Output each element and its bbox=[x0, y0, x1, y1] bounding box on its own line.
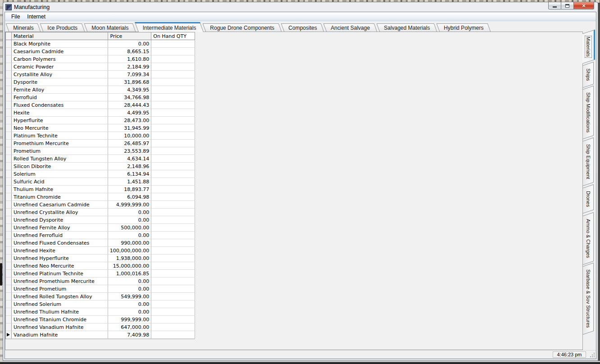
material-cell[interactable]: Unrefined Caesarium Cadmide bbox=[12, 201, 108, 209]
material-cell[interactable]: Fernite Alloy bbox=[12, 86, 108, 94]
row-selector[interactable] bbox=[6, 48, 12, 55]
row-selector[interactable] bbox=[6, 178, 12, 186]
row-selector[interactable] bbox=[6, 163, 12, 170]
row-selector[interactable] bbox=[6, 300, 12, 308]
titlebar[interactable]: Manufacturing bbox=[5, 3, 530, 11]
row-selector[interactable] bbox=[6, 86, 12, 94]
onhand-qty-cell[interactable] bbox=[151, 71, 195, 78]
tab-top[interactable]: Moon Materials bbox=[84, 23, 136, 32]
onhand-qty-cell[interactable] bbox=[151, 109, 195, 117]
price-cell[interactable]: 15,000,000.00 bbox=[108, 262, 151, 270]
material-cell[interactable]: Silicon Diborite bbox=[12, 163, 108, 170]
tab-top[interactable]: Minerals bbox=[6, 23, 41, 32]
tab-top[interactable]: Ancient Salvage bbox=[323, 23, 377, 32]
row-selector[interactable] bbox=[6, 170, 12, 178]
onhand-qty-cell[interactable] bbox=[151, 86, 195, 94]
price-cell[interactable]: 0.00 bbox=[108, 278, 151, 285]
material-cell[interactable]: Thulium Hafnite bbox=[12, 186, 108, 193]
price-cell[interactable]: 34,766.98 bbox=[108, 94, 151, 101]
onhand-qty-cell[interactable] bbox=[151, 278, 195, 285]
price-cell[interactable]: 1,000,016.85 bbox=[108, 270, 151, 278]
price-cell[interactable]: 7,099.34 bbox=[108, 71, 151, 78]
onhand-qty-cell[interactable] bbox=[151, 140, 195, 147]
onhand-qty-cell[interactable] bbox=[151, 209, 195, 216]
material-cell[interactable]: Unrefined Fernite Alloy bbox=[12, 224, 108, 232]
price-cell[interactable]: 31,896.68 bbox=[108, 78, 151, 86]
column-header-material[interactable]: Material bbox=[12, 32, 108, 40]
material-cell[interactable]: Unrefined Titanium Chromide bbox=[12, 316, 108, 323]
material-cell[interactable]: Unrefined Hyperflurite bbox=[12, 255, 108, 262]
onhand-qty-cell[interactable] bbox=[151, 78, 195, 86]
onhand-qty-cell[interactable] bbox=[151, 170, 195, 178]
onhand-qty-cell[interactable] bbox=[151, 63, 195, 71]
price-cell[interactable]: 26,485.97 bbox=[108, 140, 151, 147]
material-cell[interactable]: Unrefined Solerium bbox=[12, 300, 108, 308]
row-selector[interactable] bbox=[6, 262, 12, 270]
price-cell[interactable]: 8,665.15 bbox=[108, 48, 151, 55]
price-cell[interactable]: 0.00 bbox=[108, 300, 151, 308]
material-cell[interactable]: Vanadium Hafnite bbox=[12, 331, 108, 339]
material-cell[interactable]: Black Morphite bbox=[12, 40, 108, 48]
row-selector[interactable] bbox=[6, 94, 12, 101]
row-selector[interactable] bbox=[6, 247, 12, 255]
material-cell[interactable]: Titanium Chromide bbox=[12, 193, 108, 201]
material-cell[interactable]: Hexite bbox=[12, 109, 108, 117]
price-cell[interactable]: 31,945.99 bbox=[108, 124, 151, 132]
menu-item[interactable]: Internet bbox=[23, 13, 49, 21]
onhand-qty-cell[interactable] bbox=[151, 193, 195, 201]
row-selector[interactable] bbox=[6, 40, 12, 48]
material-cell[interactable]: Unrefined Promethium Mercurite bbox=[12, 278, 108, 285]
price-cell[interactable]: 23,553.89 bbox=[108, 147, 151, 155]
onhand-qty-cell[interactable] bbox=[151, 308, 195, 316]
row-selector[interactable] bbox=[6, 71, 12, 78]
onhand-qty-cell[interactable] bbox=[151, 155, 195, 163]
price-cell[interactable]: 4,634.14 bbox=[108, 155, 151, 163]
price-cell[interactable]: 1,610.80 bbox=[108, 55, 151, 63]
column-header-price[interactable]: Price bbox=[108, 32, 151, 40]
row-selector[interactable] bbox=[6, 55, 12, 63]
row-selector[interactable] bbox=[6, 216, 12, 224]
material-cell[interactable]: Unrefined Platinum Technite bbox=[12, 270, 108, 278]
price-cell[interactable]: 4,999,999.00 bbox=[108, 201, 151, 209]
price-cell[interactable]: 0.00 bbox=[108, 285, 151, 293]
price-cell[interactable]: 7,409.98 bbox=[108, 331, 151, 339]
price-cell[interactable]: 0.00 bbox=[108, 308, 151, 316]
onhand-qty-cell[interactable] bbox=[151, 186, 195, 193]
onhand-qty-cell[interactable] bbox=[151, 94, 195, 101]
price-cell[interactable]: 10,000.00 bbox=[108, 132, 151, 140]
resize-grip-icon[interactable] bbox=[589, 351, 595, 358]
onhand-qty-cell[interactable] bbox=[151, 40, 195, 48]
row-selector[interactable] bbox=[6, 186, 12, 193]
price-cell[interactable]: 6,134.94 bbox=[108, 170, 151, 178]
row-selector[interactable] bbox=[6, 278, 12, 285]
tab-right[interactable]: Materials bbox=[582, 29, 595, 64]
price-cell[interactable]: 990,000.00 bbox=[108, 239, 151, 247]
onhand-qty-cell[interactable] bbox=[151, 285, 195, 293]
price-cell[interactable]: 2,184.99 bbox=[108, 63, 151, 71]
close-button[interactable]: × bbox=[574, 2, 594, 9]
onhand-qty-cell[interactable] bbox=[151, 117, 195, 124]
material-cell[interactable]: Unrefined Hexite bbox=[12, 247, 108, 255]
material-cell[interactable]: Crystallite Alloy bbox=[12, 71, 108, 78]
tab-top[interactable]: Ice Products bbox=[40, 23, 85, 32]
onhand-qty-cell[interactable] bbox=[151, 300, 195, 308]
tab-right[interactable]: Ships bbox=[583, 62, 594, 87]
tab-top[interactable]: Intermediate Materials bbox=[135, 22, 204, 32]
tab-right[interactable]: Ship Equipment bbox=[583, 138, 594, 186]
row-selector[interactable] bbox=[6, 316, 12, 323]
maximize-button[interactable] bbox=[561, 2, 574, 9]
row-selector[interactable] bbox=[6, 293, 12, 300]
material-cell[interactable]: Caesarium Cadmide bbox=[12, 48, 108, 55]
price-cell[interactable]: 1,938,000.00 bbox=[108, 255, 151, 262]
material-cell[interactable]: Unrefined Rolled Tungsten Alloy bbox=[12, 293, 108, 300]
tab-top[interactable]: Rogue Drone Components bbox=[203, 23, 282, 32]
price-cell[interactable]: 2,148.96 bbox=[108, 163, 151, 170]
row-selector[interactable] bbox=[6, 132, 12, 140]
row-selector[interactable] bbox=[6, 147, 12, 155]
onhand-qty-cell[interactable] bbox=[151, 323, 195, 331]
material-cell[interactable]: Unrefined Neo Mercurite bbox=[12, 262, 108, 270]
row-selector[interactable] bbox=[6, 109, 12, 117]
onhand-qty-cell[interactable] bbox=[151, 232, 195, 239]
row-selector[interactable] bbox=[6, 224, 12, 232]
row-selector[interactable] bbox=[6, 323, 12, 331]
